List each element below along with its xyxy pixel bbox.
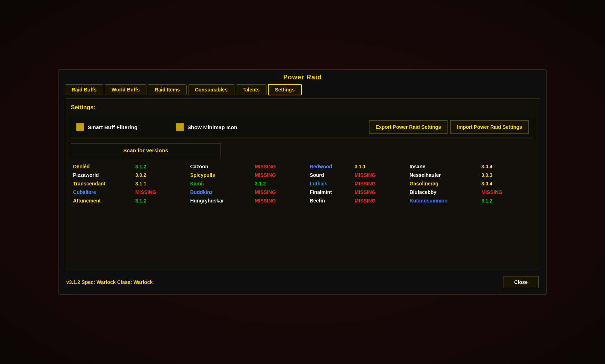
member-version: MISSING <box>133 188 188 196</box>
show-minimap-icon-checkbox[interactable] <box>176 123 184 131</box>
member-name: Hungryhuskar <box>188 196 253 205</box>
member-name: Sourd <box>307 171 352 179</box>
window-title: Power Raid <box>59 70 546 84</box>
version-info: v3.1.2 Spec: Warlock Class: Warlock <box>66 279 153 285</box>
member-name: Deniéd <box>71 162 133 171</box>
member-version: MISSING <box>352 179 407 188</box>
close-button[interactable]: Close <box>503 276 539 288</box>
member-name: Cubalibre <box>71 188 133 196</box>
bottom-bar: v3.1.2 Spec: Warlock Class: Warlock Clos… <box>59 273 546 290</box>
member-name: Finalmint <box>307 188 352 196</box>
member-version: 3.0.4 <box>479 179 534 188</box>
smart-buff-filtering-label: Smart Buff Filtering <box>88 124 138 130</box>
show-minimap-icon-label: Show Minimap Icon <box>187 124 237 130</box>
member-version: MISSING <box>253 196 307 205</box>
settings-controls-row: Smart Buff Filtering Show Minimap Icon E… <box>71 116 534 138</box>
show-minimap-icon-group: Show Minimap Icon <box>176 123 283 131</box>
member-name: Kamii <box>188 179 253 188</box>
import-button[interactable]: Import Power Raid Settings <box>450 120 529 134</box>
member-version: 3.1.1 <box>133 179 188 188</box>
member-name: Luthais <box>307 179 352 188</box>
smart-buff-filtering-group: Smart Buff Filtering <box>76 123 176 131</box>
settings-section-label: Settings: <box>71 104 534 111</box>
member-version: 3.1.1 <box>352 162 407 171</box>
scan-versions-button[interactable]: Scan for versions <box>71 143 221 157</box>
member-version: 3.0.2 <box>133 171 188 179</box>
tab-settings[interactable]: Settings <box>268 84 302 95</box>
member-name: Buddkinz <box>188 188 253 196</box>
member-version: MISSING <box>352 196 407 205</box>
member-version: 3.0.4 <box>479 162 534 171</box>
member-name: Cazoon <box>188 162 253 171</box>
member-version: MISSING <box>352 171 407 179</box>
content-area: Settings: Smart Buff Filtering Show Mini… <box>65 98 540 269</box>
member-name: Spicypulls <box>188 171 253 179</box>
member-version: MISSING <box>352 188 407 196</box>
member-name: Transcendant <box>71 179 133 188</box>
member-name: Gasolinerag <box>407 179 479 188</box>
member-name: Nesselhaufer <box>407 171 479 179</box>
tab-talents[interactable]: Talents <box>236 84 267 95</box>
tab-raid-items[interactable]: Raid Items <box>148 84 187 95</box>
tab-world-buffs[interactable]: World Buffs <box>105 84 146 95</box>
member-name: Blufacebby <box>407 188 479 196</box>
member-version: MISSING <box>479 188 534 196</box>
member-version: MISSING <box>253 188 307 196</box>
member-version: 3.1.2 <box>253 179 307 188</box>
member-version: 3.0.3 <box>479 171 534 179</box>
versions-table: Deniéd3.1.2CazoonMISSINGRedwood3.1.1Insa… <box>71 162 534 205</box>
member-name: Pizzaworld <box>71 171 133 179</box>
member-name: Insane <box>407 162 479 171</box>
member-name: Attunement <box>71 196 133 205</box>
member-version: MISSING <box>253 171 307 179</box>
member-version: 3.1.2 <box>479 196 534 205</box>
member-name: Kutanosummon <box>407 196 479 205</box>
tab-consumables[interactable]: Consumables <box>188 84 234 95</box>
member-version: 3.1.2 <box>133 162 188 171</box>
tabs-row: Raid Buffs World Buffs Raid Items Consum… <box>59 84 546 95</box>
member-name: Redwood <box>307 162 352 171</box>
member-version: MISSING <box>253 162 307 171</box>
scan-row: Scan for versions <box>71 143 534 157</box>
export-button[interactable]: Export Power Raid Settings <box>369 120 448 134</box>
smart-buff-filtering-checkbox[interactable] <box>76 123 84 131</box>
main-window: Power Raid Raid Buffs World Buffs Raid I… <box>58 69 547 295</box>
member-version: 3.1.2 <box>133 196 188 205</box>
member-name: Beefin <box>307 196 352 205</box>
tab-raid-buffs[interactable]: Raid Buffs <box>65 84 103 95</box>
